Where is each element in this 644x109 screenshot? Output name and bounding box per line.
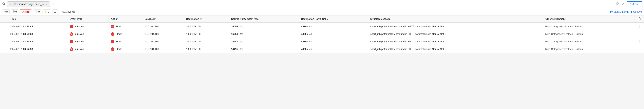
row-time-bold: 03:55:38 [23,33,33,36]
row-time-bold: 03:54:43 [23,40,33,43]
undo-icon: ↩ [4,11,6,13]
search-button[interactable] [2,2,6,7]
row-dest-ip: 10.0.105.100 [184,45,228,53]
row-intrusion-msg: (snort_ml) potential threat found in HTT… [367,38,543,45]
row-action: Block [116,40,122,43]
row-event-type: Intrusion [74,48,84,51]
th-source-port: Source Port / ICMP Type [229,16,299,23]
intrusion-count-badge: 631 [24,11,30,13]
intrusion-type-icon: 🛡 [70,40,73,43]
intrusion-filter-button[interactable]: 🛡 631 [20,10,32,14]
table-row: › 2024-08-01 03:54:43 🛡 Intrusion — Bloc… [0,38,644,45]
row-options-button[interactable]: ⋮ [637,40,642,43]
row-enrichment: Rule Categories: Protocol: Builtins [543,45,634,53]
row-actions-cell: ⋮ [634,23,644,30]
row-time-date: 2024-08-01 [10,33,23,36]
right-controls: Last 1 month Go Live [610,10,642,13]
th-intrusion-msg: Intrusion Message [367,16,543,23]
row-action: Block [116,25,122,28]
row-event-type: Intrusion [74,40,84,43]
row-expand-cell[interactable]: › [0,23,8,30]
block-action-icon: — [111,32,114,36]
undo-button[interactable]: ↩ 0 [2,10,10,14]
close-tab-button[interactable] [621,2,626,7]
row-time-cell: 2024-08-01 03:55:38 [8,30,68,38]
row-expand-cell[interactable]: › [0,45,8,53]
row-time-cell: 2024-08-01 03:54:38 [8,45,68,53]
row-options-button[interactable]: ⋮ [637,47,642,51]
row-dest-port: 4430 / tcp [299,38,367,45]
th-time: Time [8,16,68,23]
row-source-ip: 10.0.104.100 [142,30,184,38]
columns-button[interactable]: ⚏ [52,10,58,14]
filter-count: 0 [16,11,17,13]
table-row: › 2024-08-01 03:55:45 🛡 Intrusion — Bloc… [0,23,644,30]
row-expand-cell[interactable]: › [0,30,8,38]
row-dest-port: 4430 / tcp [299,23,367,30]
th-action: Action [108,16,142,23]
row-expand-cell[interactable]: › [0,38,8,45]
row-action: Block [116,33,122,36]
block-action-icon: — [111,25,114,28]
row-action: Block [116,48,122,51]
row-enrichment: Rule Categories: Protocol: Builtins [543,30,634,38]
row-action-cell: — Block [108,30,142,38]
events-table-container: Time Event Type Action Source IP Destina… [0,16,644,53]
row-source-ip: 10.0.104.100 [142,23,184,30]
tab-intrusion-message[interactable]: ✕ Intrusion Message snort_ml ✕ [7,2,50,7]
tab-filter-label: snort_ml [35,3,44,6]
row-options-button[interactable]: ⋮ [637,25,642,28]
row-event-type-cell: 🛡 Intrusion [67,38,108,45]
row-source-port: 16259 / tcp [229,30,299,38]
row-event-type-cell: 🛡 Intrusion [67,30,108,38]
table-header-row: Time Event Type Action Source IP Destina… [0,16,644,23]
th-expand [0,16,8,23]
fire-icon: ⚡ [44,11,47,13]
block-action-icon: — [111,40,114,43]
go-live-button[interactable]: Go Live [630,10,642,13]
top-bar: ✕ Intrusion Message snort_ml ✕ + Refresh [0,0,644,8]
intrusion-type-icon: 🛡 [70,47,73,51]
row-time-bold: 03:54:38 [23,48,33,51]
fire-button[interactable]: ⚡ 0 [42,10,51,14]
expand-arrow-icon[interactable]: › [2,40,6,43]
row-source-ip: 10.0.104.100 [142,38,184,45]
row-dest-port: 4430 / tcp [299,45,367,53]
events-count-label: ↓ 631 events [60,10,75,13]
expand-arrow-icon[interactable]: › [2,48,6,50]
row-source-port: 16458 / tcp [229,23,299,30]
svg-line-1 [4,4,5,5]
th-delete[interactable] [634,16,644,23]
th-dest-port: Destination Port / ICM... [299,16,367,23]
row-dest-ip: 10.0.105.100 [184,23,228,30]
row-source-ip: 10.0.104.100 [142,45,184,53]
tab-close-icon[interactable]: ✕ [9,3,12,6]
svg-point-0 [2,3,4,4]
row-dest-ip: 10.0.105.100 [184,38,228,45]
tab-add-button[interactable]: + [51,2,55,6]
th-enrichment: Other Enrichment [543,16,634,23]
tab-filter-close-icon[interactable]: ✕ [45,3,48,6]
intrusion-type-icon: 🛡 [70,32,73,36]
svg-rect-13 [638,18,640,20]
row-source-port: 14495 / tcp [229,45,299,53]
undo-count: 0 [6,11,8,13]
intrusion-type-icon: 🛡 [70,25,73,28]
row-dest-port: 4430 / tcp [299,30,367,38]
row-source-port: 14641 / tcp [229,38,299,45]
expand-arrow-icon[interactable]: › [2,33,6,35]
bookmark-button[interactable] [615,2,620,7]
row-action-cell: — Block [108,23,142,30]
svg-rect-9 [610,11,613,13]
refresh-button[interactable]: Refresh [626,1,642,7]
row-time-cell: 2024-08-01 03:55:45 [8,23,68,30]
last-month-button[interactable]: Last 1 month [610,10,628,13]
row-event-type-cell: 🛡 Intrusion [67,23,108,30]
row-options-button[interactable]: ⋮ [637,32,642,36]
doc-button[interactable]: 📄 0 [33,10,42,14]
row-event-type-cell: 🛡 Intrusion [67,45,108,53]
filter-button[interactable]: 0 [11,10,18,14]
events-table: Time Event Type Action Source IP Destina… [0,16,644,53]
row-actions-cell: ⋮ [634,30,644,38]
expand-arrow-icon[interactable]: › [2,25,6,28]
